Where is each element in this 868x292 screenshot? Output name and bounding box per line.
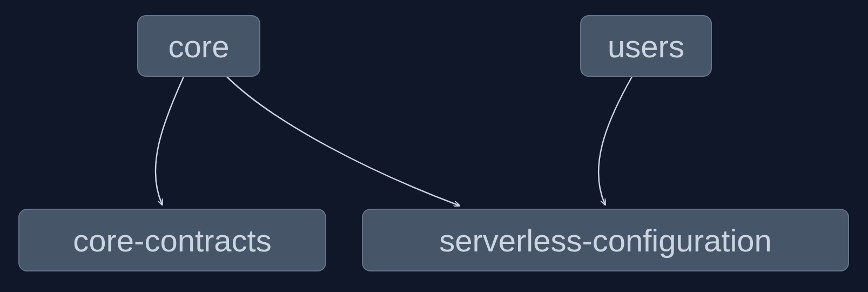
- node-users-label: users: [608, 28, 684, 64]
- edge-users-to-serverless-configuration: [598, 77, 632, 204]
- node-core-contracts: core-contracts: [18, 209, 326, 271]
- node-users: users: [580, 15, 712, 77]
- node-core: core: [137, 15, 260, 77]
- node-core-label: core: [169, 28, 230, 64]
- node-core-contracts-label: core-contracts: [73, 222, 271, 258]
- node-serverless-configuration-label: serverless-configuration: [439, 222, 772, 258]
- edge-core-to-core-contracts: [156, 77, 184, 204]
- edge-core-to-serverless-configuration: [227, 77, 459, 205]
- node-serverless-configuration: serverless-configuration: [362, 209, 849, 271]
